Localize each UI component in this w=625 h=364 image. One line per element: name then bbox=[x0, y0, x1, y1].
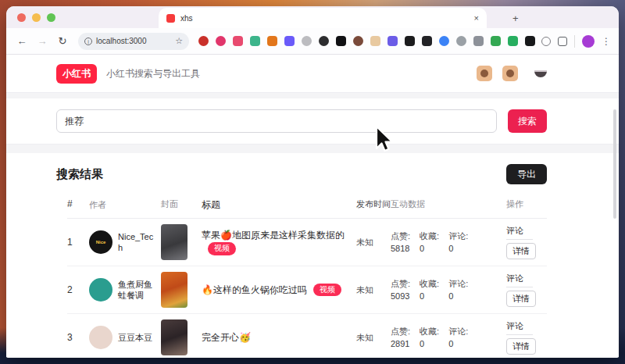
author-cell: NiceNice_Tech bbox=[89, 230, 161, 254]
ext-green-cursor-icon[interactable] bbox=[491, 36, 501, 46]
author-avatar[interactable] bbox=[89, 278, 112, 302]
table-row: 1NiceNice_Tech苹果🍎地图原来是这样采集数据的视频未知点赞:5818… bbox=[67, 219, 547, 266]
stat-value: 0 bbox=[448, 337, 468, 351]
author-cell: 豆豆本豆 bbox=[89, 326, 161, 349]
ext-green-triangle-icon[interactable] bbox=[508, 36, 518, 46]
extensions-puzzle-icon[interactable] bbox=[558, 37, 567, 46]
browser-tab[interactable]: xhs × bbox=[159, 8, 487, 28]
stat-item: 收藏:0 bbox=[420, 325, 439, 351]
col-publish-time: 发布时间 bbox=[356, 198, 391, 212]
profile-avatar[interactable] bbox=[582, 35, 595, 48]
detail-button[interactable]: 详情 bbox=[506, 243, 536, 259]
table-body: 1NiceNice_Tech苹果🍎地图原来是这样采集数据的视频未知点赞:5818… bbox=[67, 219, 547, 357]
author-name[interactable]: 鱼煮厨鱼蛙餐调 bbox=[118, 279, 158, 302]
close-window-button[interactable] bbox=[17, 13, 26, 22]
address-bar[interactable]: i localhost:3000 ☆ bbox=[78, 33, 189, 50]
site-info-icon[interactable]: i bbox=[84, 37, 92, 45]
stat-label: 收藏: bbox=[420, 277, 439, 291]
cover-image[interactable] bbox=[161, 272, 188, 308]
row-index: 2 bbox=[67, 284, 89, 295]
ext-gb-icon[interactable] bbox=[473, 36, 484, 46]
toolbar-divider bbox=[574, 35, 575, 48]
ext-indigo-icon[interactable] bbox=[388, 36, 398, 46]
ext-gray-circle-icon[interactable] bbox=[302, 36, 312, 46]
ext-si-icon[interactable] bbox=[284, 36, 295, 46]
stat-value: 5818 bbox=[391, 242, 410, 255]
comment-action-link[interactable]: 评论 bbox=[506, 320, 533, 335]
publish-time: 未知 bbox=[356, 237, 391, 248]
comment-action-link[interactable]: 评论 bbox=[506, 273, 533, 287]
row-index: 3 bbox=[67, 332, 89, 343]
new-tab-button[interactable]: + bbox=[512, 12, 519, 24]
ext-brown-icon[interactable] bbox=[353, 36, 363, 46]
results-table: # 作者 封面 标题 发布时间 互动数据 操作 1NiceNice_Tech苹果… bbox=[56, 194, 547, 357]
ext-fox-icon[interactable] bbox=[267, 36, 277, 46]
forward-icon[interactable]: → bbox=[34, 35, 50, 47]
actions-cell: 评论详情 bbox=[506, 273, 547, 307]
ext-black-a-icon[interactable] bbox=[405, 36, 415, 46]
author-avatar[interactable] bbox=[89, 326, 112, 349]
twitter-icon[interactable] bbox=[477, 66, 492, 81]
search-section: 搜索 bbox=[6, 98, 619, 144]
ext-cat-icon[interactable] bbox=[422, 36, 432, 46]
back-icon[interactable]: ← bbox=[14, 35, 30, 47]
ext-tan-icon[interactable] bbox=[370, 36, 380, 46]
cover-image[interactable] bbox=[161, 319, 188, 355]
author-name[interactable]: 豆豆本豆 bbox=[118, 332, 152, 344]
title-cell: 🔥这样的鱼火锅你吃过吗视频 bbox=[202, 284, 356, 297]
github-icon[interactable] bbox=[502, 66, 518, 81]
author-avatar[interactable]: Nice bbox=[89, 230, 112, 254]
note-title[interactable]: 🔥这样的鱼火锅你吃过吗 bbox=[202, 284, 307, 295]
ext-dark-ring-icon[interactable] bbox=[319, 36, 329, 46]
zoom-window-button[interactable] bbox=[47, 13, 55, 22]
search-input[interactable] bbox=[56, 109, 497, 133]
stat-item: 评论:0 bbox=[448, 325, 468, 351]
table-row: 2鱼煮厨鱼蛙餐调🔥这样的鱼火锅你吃过吗视频未知点赞:5093收藏:0评论:0评论… bbox=[67, 266, 547, 314]
author-name[interactable]: Nice_Tech bbox=[118, 231, 158, 255]
video-badge: 视频 bbox=[313, 284, 341, 297]
reload-icon[interactable]: ↻ bbox=[55, 35, 70, 47]
stat-value: 0 bbox=[420, 290, 439, 303]
col-interactions: 互动数据 bbox=[391, 198, 506, 212]
stat-value: 0 bbox=[448, 242, 468, 255]
ext-camera-icon[interactable] bbox=[216, 36, 226, 46]
page-content: 小红书 小红书搜索与导出工具 搜索 搜索结果 导出 # 作者 封面 bbox=[6, 55, 619, 357]
app-title: 小红书搜索与导出工具 bbox=[106, 67, 200, 80]
detail-button[interactable]: 详情 bbox=[506, 338, 536, 355]
cover-image[interactable] bbox=[161, 224, 188, 260]
stat-item: 收藏:0 bbox=[420, 277, 439, 303]
col-actions: 操作 bbox=[506, 198, 547, 212]
ext-pink-square-icon[interactable] bbox=[233, 36, 243, 46]
stat-label: 点赞: bbox=[391, 230, 410, 243]
stat-item: 评论:0 bbox=[448, 277, 468, 303]
page-scrollbar[interactable] bbox=[613, 109, 616, 219]
note-title[interactable]: 完全开心🥳 bbox=[202, 332, 251, 343]
search-button[interactable]: 搜索 bbox=[508, 109, 547, 133]
stat-item: 点赞:2891 bbox=[391, 325, 410, 351]
tab-close-icon[interactable]: × bbox=[474, 13, 479, 23]
ext-k-icon[interactable] bbox=[336, 36, 346, 46]
note-title[interactable]: 苹果🍎地图原来是这样采集数据的 bbox=[202, 230, 345, 241]
bookmark-star-icon[interactable]: ☆ bbox=[175, 36, 183, 46]
results-section: 搜索结果 导出 # 作者 封面 标题 发布时间 互动数据 操作 1NiceNic… bbox=[6, 153, 619, 357]
toolbar-right: ⋮ bbox=[541, 35, 611, 48]
comment-action-link[interactable]: 评论 bbox=[506, 225, 533, 240]
xiaohongshu-logo: 小红书 bbox=[56, 64, 97, 84]
results-heading: 搜索结果 bbox=[56, 167, 103, 182]
stat-value: 0 bbox=[448, 290, 468, 303]
detail-button[interactable]: 详情 bbox=[506, 291, 536, 307]
ext-flag-icon[interactable] bbox=[525, 36, 535, 46]
stat-value: 0 bbox=[420, 337, 439, 351]
stat-item: 点赞:5093 bbox=[391, 277, 410, 303]
gear-icon[interactable] bbox=[541, 37, 551, 46]
ext-arrow-circle-icon[interactable] bbox=[456, 36, 466, 46]
ext-red-ring-icon[interactable] bbox=[198, 36, 209, 46]
mouse-cursor bbox=[373, 125, 395, 155]
chrome-menu-icon[interactable]: ⋮ bbox=[602, 36, 611, 47]
ext-blue-check-icon[interactable] bbox=[439, 36, 449, 46]
export-button[interactable]: 导出 bbox=[506, 164, 547, 184]
col-title: 标题 bbox=[202, 198, 356, 212]
minimize-window-button[interactable] bbox=[32, 13, 41, 22]
cover-cell bbox=[161, 319, 202, 355]
ext-mountain-icon[interactable] bbox=[250, 36, 260, 46]
